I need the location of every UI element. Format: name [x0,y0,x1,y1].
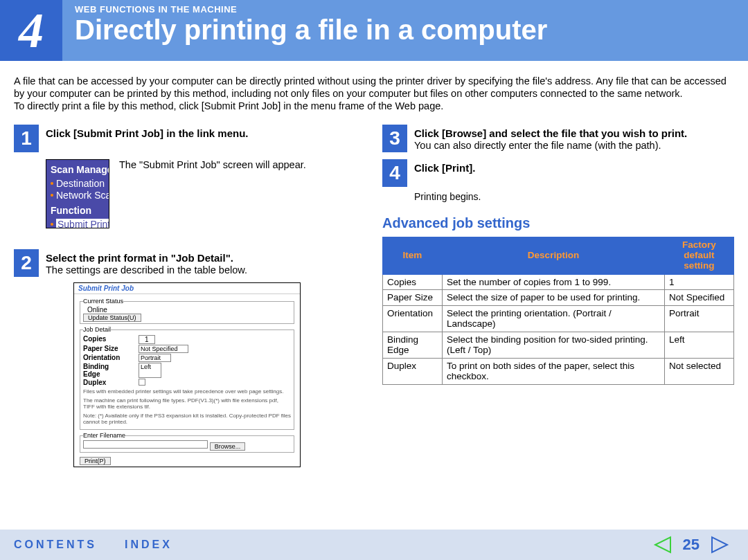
step-number-1: 1 [14,125,39,152]
chapter-header: 4 WEB FUNCTIONS IN THE MACHINE Directly … [0,0,748,61]
footer-bar: CONTENTS INDEX 25 [0,530,748,560]
thumb2-job-detail: Job Detail [83,326,111,333]
header-text: WEB FUNCTIONS IN THE MACHINE Directly pr… [62,0,547,61]
next-page-arrow-icon[interactable] [709,536,730,554]
step-3: 3 Click [Browse] and select the file tha… [382,125,734,152]
step-2: 2 Select the print format in "Job Detail… [14,249,360,277]
thumb2-browse: Browse... [210,442,246,451]
thumb2-copies-value: 1 [139,335,155,344]
thumbnail-link-menu: Scan Management Destination Network Scan… [46,159,109,228]
step-number-4: 4 [382,159,407,187]
step-title-3: Click [Browse] and select the file that … [414,125,687,140]
chapter-number-box: 4 [0,0,62,61]
settings-table: Item Description Factory default setting… [382,237,734,385]
step-4: 4 Click [Print]. [382,159,734,187]
thumb2-enter-filename: Enter Filename [83,432,125,439]
thumb2-papersize-label: Paper Size [83,345,125,353]
thumbnail-link-menu-content: Scan Management Destination Network Scan… [46,160,109,228]
thumb-submit-print-job: Submit Print Job [56,219,109,228]
thumb2-filename-input [83,440,208,449]
thumb2-binding-value: Left [139,363,161,378]
step-number-3: 3 [382,125,407,152]
step-number-2: 2 [14,249,39,277]
thumb2-current-status: Current Status [83,298,123,305]
thumb2-orientation-value: Portrait [139,354,171,362]
thumb-function: Function [51,205,109,216]
thumb2-print: Print(P) [80,457,111,465]
table-row: OrientationSelect the printing orientati… [383,305,734,332]
index-link[interactable]: INDEX [125,539,172,551]
thumb2-duplex-label: Duplex [83,379,125,386]
step-body-2: The settings are described in the table … [46,264,247,276]
intro-paragraph: A file that can be accessed by your comp… [14,75,734,112]
step-body-3: You can also directly enter the file nam… [414,140,687,151]
table-row: CopiesSet the number of copies from 1 to… [383,274,734,290]
step-1: 1 Click [Submit Print Job] in the link m… [14,125,360,152]
thumb2-note1: Files with embedded printer settings wil… [83,389,291,395]
th-item: Item [383,237,443,275]
prev-page-arrow-icon[interactable] [652,536,673,554]
step-body-4: Printing begins. [414,191,734,203]
table-row: Paper SizeSelect the size of paper to be… [383,290,734,306]
step-title-4: Click [Print]. [414,159,475,174]
thumb2-binding-label: Binding Edge [83,363,125,378]
thumb2-copies-label: Copies [83,335,125,344]
thumb2-note2: The machine can print following file typ… [83,398,291,410]
thumbnail-submit-print-job: Submit Print Job Current Status Online U… [73,282,301,467]
thumb2-update-status: Update Status(U) [83,314,141,322]
table-row: Binding EdgeSelect the binding position … [383,332,734,358]
step-body-1: The "Submit Print Job" screen will appea… [119,159,306,170]
svg-marker-1 [712,537,727,552]
table-row: DuplexTo print on both sides of the pape… [383,358,734,384]
thumb-network-scanning: Network Scanning [56,190,109,201]
thumb2-online: Online [83,306,291,314]
svg-marker-0 [655,537,670,552]
thumb2-duplex-check [139,379,145,386]
thumb2-papersize-value: Not Specified [139,345,188,353]
page-number: 25 [683,536,700,554]
th-factory: Factory default setting [665,237,734,275]
thumb2-orientation-label: Orientation [83,354,125,362]
th-desc: Description [443,237,665,275]
page-title: Directly printing a file in a computer [75,15,547,46]
contents-link[interactable]: CONTENTS [14,539,97,551]
step-title-2: Select the print format in "Job Detail". [46,249,247,264]
chapter-number: 4 [19,2,44,60]
thumb2-note3: Note: (*) Available only if the PS3 expa… [83,413,291,426]
thumb-scan-mgmt: Scan Management [51,164,109,175]
step-title-1: Click [Submit Print Job] in the link men… [46,125,249,140]
section-label: WEB FUNCTIONS IN THE MACHINE [75,4,547,15]
advanced-settings-heading: Advanced job settings [382,215,734,231]
thumb-destination: Destination [56,178,105,189]
thumb2-title: Submit Print Job [74,283,300,294]
